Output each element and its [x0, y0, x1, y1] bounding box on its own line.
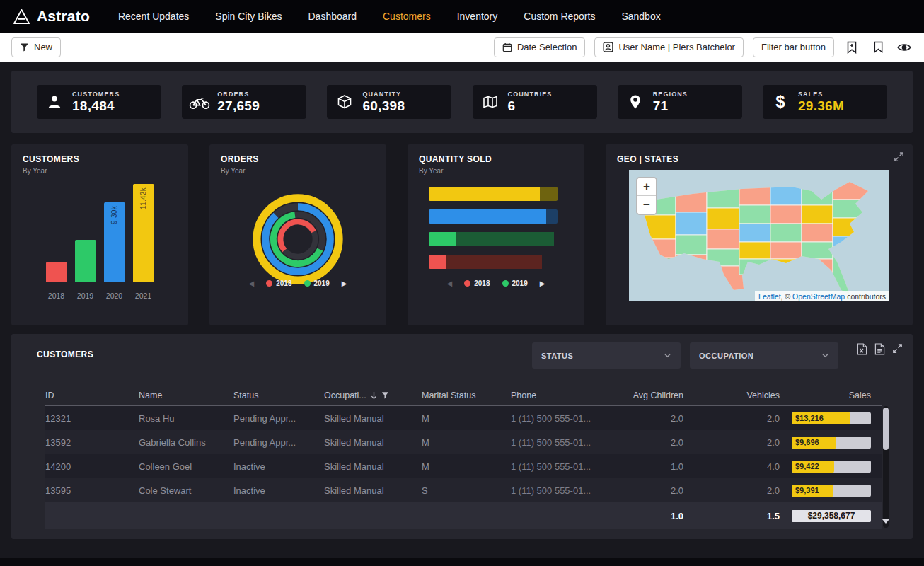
scroll-down-icon[interactable] [882, 519, 889, 524]
table-expand-button[interactable] [892, 343, 903, 358]
legend-prev-icon[interactable]: ◀ [249, 279, 255, 287]
nav-item-custom-reports[interactable]: Custom Reports [524, 11, 595, 22]
cell-name: Colleen Goel [139, 461, 233, 472]
cell-vehicles: 2.0 [683, 413, 780, 424]
customers-table-widget: CUSTOMERS STATUS OCCUPATION [11, 334, 913, 539]
dropdown-label: STATUS [541, 352, 573, 360]
hbar-2020[interactable] [429, 209, 558, 224]
cell-status: Pending Appr... [233, 437, 324, 448]
legend-item-2018[interactable]: 2018 [266, 279, 291, 287]
col-header-occupation[interactable]: Occupati... [324, 391, 422, 400]
bar-value-label: 11.42k [139, 187, 147, 209]
brand[interactable]: Astrato [13, 8, 90, 25]
filter-bar-label: Filter bar button [761, 42, 826, 52]
hbar-chart-area [429, 187, 558, 277]
status-filter-dropdown[interactable]: STATUS [532, 342, 681, 369]
occupation-filter-dropdown[interactable]: OCCUPATION [690, 342, 838, 369]
col-header-name[interactable]: Name [139, 391, 233, 400]
donut-chart[interactable] [250, 192, 345, 287]
legend-item-2019[interactable]: 2019 [304, 279, 330, 287]
nav-item-spin-city-bikes[interactable]: Spin City Bikes [215, 11, 282, 22]
osm-link[interactable]: OpenStreetMap [792, 292, 845, 301]
nav-item-recent-updates[interactable]: Recent Updates [118, 11, 189, 22]
map-icon [473, 95, 508, 109]
legend-item-2018[interactable]: 2018 [464, 279, 490, 287]
col-header-status[interactable]: Status [233, 391, 324, 400]
cell-phone: 1 (11) 500 555-01... [511, 461, 610, 472]
sales-bar: $9,391 [792, 485, 871, 497]
cell-phone: 1 (11) 500 555-01... [511, 485, 610, 496]
legend-item-2019[interactable]: 2019 [502, 279, 528, 287]
legend-dot [304, 280, 311, 287]
bar-chart-area: 9.30k 11.42k [25, 179, 174, 282]
map-zoom-control: + − [636, 177, 657, 215]
us-states-map[interactable]: + − Leaflet, © OpenStreetMap contributor… [629, 170, 889, 301]
customers-by-year-chart: CUSTOMERS By Year 9.30k 11.42k 2018 2019… [11, 144, 188, 325]
cell-name: Gabriella Collins [139, 437, 233, 448]
ring-2021[interactable] [257, 198, 339, 280]
kpi-card-orders: ORDERS27,659 [182, 85, 306, 119]
col-header-sales[interactable]: Sales [780, 391, 871, 400]
view-button[interactable] [896, 39, 913, 56]
zoom-in-button[interactable]: + [637, 178, 656, 196]
bar-2020[interactable]: 9.30k [104, 202, 125, 282]
sort-desc-icon[interactable] [371, 391, 377, 400]
filter-bar-button[interactable]: Filter bar button [753, 37, 834, 57]
scrollbar-thumb[interactable] [883, 408, 889, 450]
kpi-label: ORDERS [217, 91, 260, 98]
nav-item-inventory[interactable]: Inventory [457, 11, 498, 22]
legend-label: 2019 [314, 279, 330, 287]
col-header-phone[interactable]: Phone [511, 391, 610, 400]
export-file-button[interactable] [874, 343, 885, 358]
total-vehicles: 1.5 [683, 511, 780, 521]
table-row[interactable]: 13592 Gabriella Collins Pending Appr... … [45, 430, 882, 454]
col-header-avg-children[interactable]: Avg Children [610, 391, 683, 400]
cell-sales: $13,216 [780, 412, 871, 424]
astrato-logo-icon [13, 8, 30, 25]
expand-icon[interactable] [894, 151, 904, 165]
col-header-marital-status[interactable]: Marital Status [422, 391, 511, 400]
nav-item-customers[interactable]: Customers [383, 11, 431, 22]
kpi-label: REGIONS [653, 91, 688, 98]
table-row[interactable]: 12321 Rosa Hu Pending Appr... Skilled Ma… [45, 406, 882, 430]
bookmark-add-button[interactable] [843, 39, 860, 56]
bar-2021[interactable]: 11.42k [133, 184, 154, 282]
nav-item-sandbox[interactable]: Sandbox [621, 11, 660, 22]
charts-row: CUSTOMERS By Year 9.30k 11.42k 2018 2019… [11, 144, 913, 325]
user-button[interactable]: User Name | Piers Batchelor [594, 37, 744, 57]
cell-phone: 1 (11) 500 555-01... [511, 437, 610, 448]
package-icon [327, 94, 362, 110]
cell-status: Pending Appr... [233, 413, 324, 424]
col-header-vehicles[interactable]: Vehicles [683, 391, 780, 400]
cell-phone: 1 (11) 500 555-01... [511, 413, 610, 424]
export-excel-button[interactable] [857, 343, 867, 358]
new-filter-button[interactable]: New [11, 37, 61, 57]
kpi-card-sales: $ SALES29.36M [763, 85, 887, 119]
legend-prev-icon[interactable]: ◀ [447, 279, 453, 287]
hbar-2019[interactable] [429, 232, 558, 246]
kpi-value: 27,659 [217, 98, 260, 114]
nav-item-dashboard[interactable]: Dashboard [308, 11, 357, 22]
leaflet-link[interactable]: Leaflet [758, 292, 781, 301]
attribution-suffix: contributors [845, 292, 886, 301]
date-selection-button[interactable]: Date Selection [494, 37, 586, 57]
map-attribution: Leaflet, © OpenStreetMap contributors [755, 291, 889, 301]
chart-legend: ◀ 2018 2019 ▶ [408, 279, 584, 287]
kpi-card-regions: REGIONS71 [618, 85, 742, 119]
table-scrollbar[interactable] [883, 406, 889, 528]
hbar-2018[interactable] [429, 255, 558, 269]
cell-id: 13595 [45, 485, 139, 496]
column-filter-icon[interactable] [381, 391, 389, 399]
attribution-separator: , © [781, 292, 793, 301]
legend-next-icon[interactable]: ▶ [540, 279, 545, 287]
hbar-2021[interactable] [429, 187, 558, 201]
bar-2019[interactable] [75, 240, 96, 282]
legend-next-icon[interactable]: ▶ [342, 279, 347, 287]
bookmark-button[interactable] [870, 39, 887, 56]
cell-occupation: Skilled Manual [324, 485, 422, 496]
table-row[interactable]: 13595 Cole Stewart Inactive Skilled Manu… [45, 478, 882, 502]
table-row[interactable]: 14200 Colleen Goel Inactive Skilled Manu… [45, 454, 882, 478]
bar-2018[interactable] [46, 262, 67, 282]
zoom-out-button[interactable]: − [637, 196, 656, 214]
col-header-id[interactable]: ID [45, 391, 139, 400]
